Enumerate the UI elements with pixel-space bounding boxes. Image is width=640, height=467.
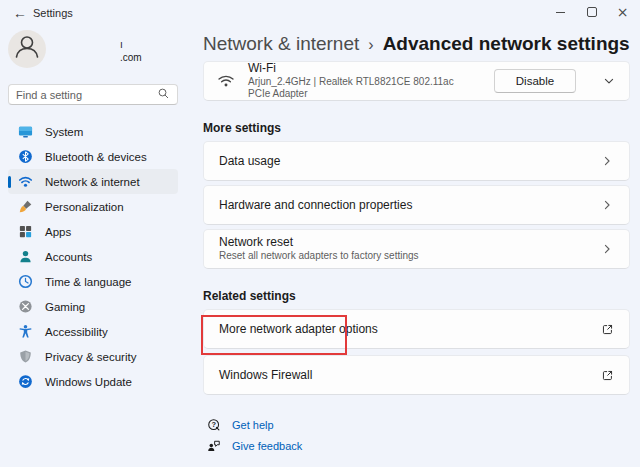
sidebar-item-personalization[interactable]: Personalization [8,194,178,219]
sidebar-item-privacy[interactable]: Privacy & security [8,344,178,369]
chevron-down-icon[interactable] [602,74,616,88]
more-network-adapter-options-card[interactable]: More network adapter options [203,309,630,349]
page-title: Advanced network settings [383,33,630,55]
sidebar-item-apps[interactable]: Apps [8,219,178,244]
person-outline-icon [8,28,46,70]
sidebar-item-label: Apps [45,226,71,238]
chevron-right-icon [600,198,614,212]
sidebar-item-label: Accessibility [45,326,108,338]
system-icon [18,124,33,139]
sidebar-item-bluetooth[interactable]: Bluetooth & devices [8,144,178,169]
person-icon [18,249,33,264]
card-text: Windows Firewall [219,369,312,382]
sidebar-item-label: Gaming [45,301,85,313]
sidebar-item-label: Time & language [45,276,132,288]
sidebar-item-gaming[interactable]: Gaming [8,294,178,319]
hardware-properties-card[interactable]: Hardware and connection properties [203,185,630,225]
sidebar-item-accessibility[interactable]: Accessibility [8,319,178,344]
card-title: Data usage [219,155,280,168]
card-subtitle: Reset all network adapters to factory se… [219,250,419,262]
sidebar-item-label: Bluetooth & devices [45,151,147,163]
sidebar-item-accounts[interactable]: Accounts [8,244,178,269]
network-reset-card[interactable]: Network reset Reset all network adapters… [203,229,630,269]
sidebar-item-label: Accounts [45,251,92,263]
maximize-icon [587,7,597,17]
give-feedback-label: Give feedback [232,440,302,452]
window-controls: × [545,0,638,24]
sidebar-item-time-language[interactable]: Time & language [8,269,178,294]
wifi-icon [18,174,33,189]
apps-grid-icon [18,224,33,239]
accessibility-person-icon [18,324,33,339]
back-arrow-icon: ← [13,5,27,21]
breadcrumb-separator-icon: › [368,36,373,54]
close-icon: × [617,5,629,19]
chevron-right-icon [600,154,614,168]
search-icon [157,86,170,104]
help-question-icon: ? [207,418,221,432]
wifi-adapter-card[interactable]: Wi-Fi Arjun_2.4GHz | Realtek RTL8821CE 8… [203,61,630,101]
sidebar-item-windows-update[interactable]: Windows Update [8,369,178,394]
data-usage-card[interactable]: Data usage [203,141,630,181]
get-help-label: Get help [232,419,274,431]
wifi-signal-icon [217,72,235,90]
svg-text:?: ? [211,420,216,429]
user-email-fragment: .com [120,51,142,64]
sidebar-item-label: Privacy & security [45,351,136,363]
card-title: Hardware and connection properties [219,199,412,212]
avatar[interactable] [8,30,46,68]
disable-button[interactable]: Disable [494,69,576,93]
search-input[interactable] [16,89,157,101]
footer-links: ? Get help Give feedback [203,415,630,456]
card-title: Network reset [219,236,419,249]
feedback-person-icon [207,439,221,453]
breadcrumb-parent[interactable]: Network & internet [203,33,359,55]
sidebar-item-system[interactable]: System [8,119,178,144]
update-arrows-icon [18,374,33,389]
main-content: Network & internet › Advanced network se… [203,25,630,456]
external-link-icon [601,369,614,382]
minimize-button[interactable] [545,0,576,24]
card-title: More network adapter options [219,323,378,336]
card-text: More network adapter options [219,323,378,336]
section-heading-related-settings: Related settings [203,289,630,303]
sidebar-item-network[interactable]: Network & internet [8,169,178,194]
breadcrumb: Network & internet › Advanced network se… [203,33,630,55]
card-title: Windows Firewall [219,369,312,382]
sidebar-item-label: System [45,126,83,138]
section-heading-more-settings: More settings [203,121,630,135]
close-button[interactable]: × [607,0,638,24]
get-help-link[interactable]: ? Get help [207,415,274,435]
card-text: Data usage [219,155,280,168]
xbox-icon [18,299,33,314]
chevron-right-icon [600,242,614,256]
back-button[interactable]: ← [9,3,31,23]
give-feedback-link[interactable]: Give feedback [207,436,302,456]
windows-firewall-card[interactable]: Windows Firewall [203,355,630,395]
bluetooth-icon [18,149,33,164]
sidebar-item-label: Personalization [45,201,124,213]
wifi-card-subtitle: Arjun_2.4GHz | Realtek RTL8821CE 802.11a… [248,76,468,100]
titlebar: ← Settings × [0,0,640,26]
minimize-icon [556,12,565,13]
wifi-card-text: Wi-Fi Arjun_2.4GHz | Realtek RTL8821CE 8… [248,62,468,100]
search-box[interactable] [8,84,178,105]
sidebar-item-label: Network & internet [45,176,140,188]
brush-icon [18,199,33,214]
card-text: Hardware and connection properties [219,199,412,212]
external-link-icon [601,323,614,336]
user-account-text[interactable]: ı .com [120,38,142,64]
user-name-fragment: ı [120,38,142,51]
shield-icon [18,349,33,364]
wifi-card-title: Wi-Fi [248,62,468,75]
clock-icon [18,274,33,289]
maximize-button[interactable] [576,0,607,24]
sidebar-nav: System Bluetooth & devices Network & int… [8,119,178,394]
sidebar-item-label: Windows Update [45,376,132,388]
selected-accent-bar [8,176,11,188]
window-title: Settings [33,7,73,19]
card-text: Network reset Reset all network adapters… [219,236,419,263]
